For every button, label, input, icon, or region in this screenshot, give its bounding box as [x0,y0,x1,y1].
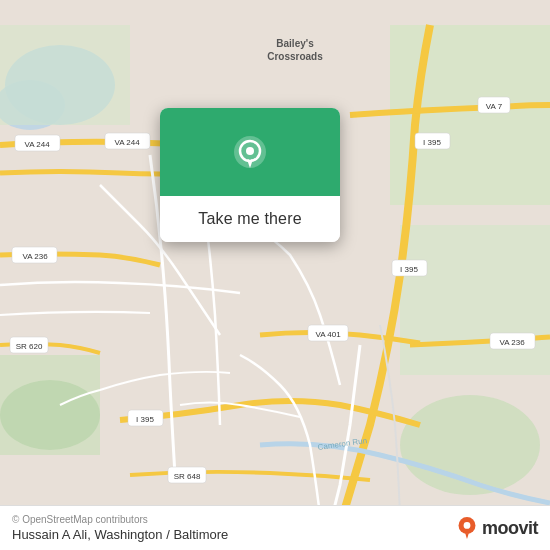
svg-text:Bailey's: Bailey's [276,38,314,49]
bottom-left-info: © OpenStreetMap contributors Hussain A A… [12,514,228,542]
map-container: VA 244 VA 244 VA 7 I 395 I 395 VA 236 VA… [0,0,550,550]
svg-text:VA 236: VA 236 [499,338,525,347]
svg-text:SR 648: SR 648 [174,472,201,481]
moovit-brand-text: moovit [482,518,538,539]
popup-card: Take me there [160,108,340,242]
svg-point-7 [0,380,100,450]
moovit-pin-icon [456,517,478,539]
attribution-text: © OpenStreetMap contributors [12,514,228,525]
svg-text:VA 7: VA 7 [486,102,503,111]
svg-text:VA 244: VA 244 [114,138,140,147]
svg-text:SR 620: SR 620 [16,342,43,351]
location-pin-icon [226,130,274,178]
svg-text:I 395: I 395 [136,415,154,424]
popup-header [160,108,340,196]
svg-point-40 [464,522,471,529]
map-background: VA 244 VA 244 VA 7 I 395 I 395 VA 236 VA… [0,0,550,550]
bottom-bar: © OpenStreetMap contributors Hussain A A… [0,505,550,550]
svg-rect-4 [400,225,550,375]
svg-text:VA 236: VA 236 [22,252,48,261]
svg-text:I 395: I 395 [400,265,418,274]
svg-text:I 395: I 395 [423,138,441,147]
svg-text:Crossroads: Crossroads [267,51,323,62]
location-text: Hussain A Ali, Washington / Baltimore [12,527,228,542]
take-me-there-button[interactable]: Take me there [160,196,340,242]
svg-text:VA 401: VA 401 [315,330,341,339]
svg-rect-3 [0,25,130,125]
moovit-logo: moovit [456,517,538,539]
svg-point-38 [246,147,254,155]
svg-text:VA 244: VA 244 [24,140,50,149]
